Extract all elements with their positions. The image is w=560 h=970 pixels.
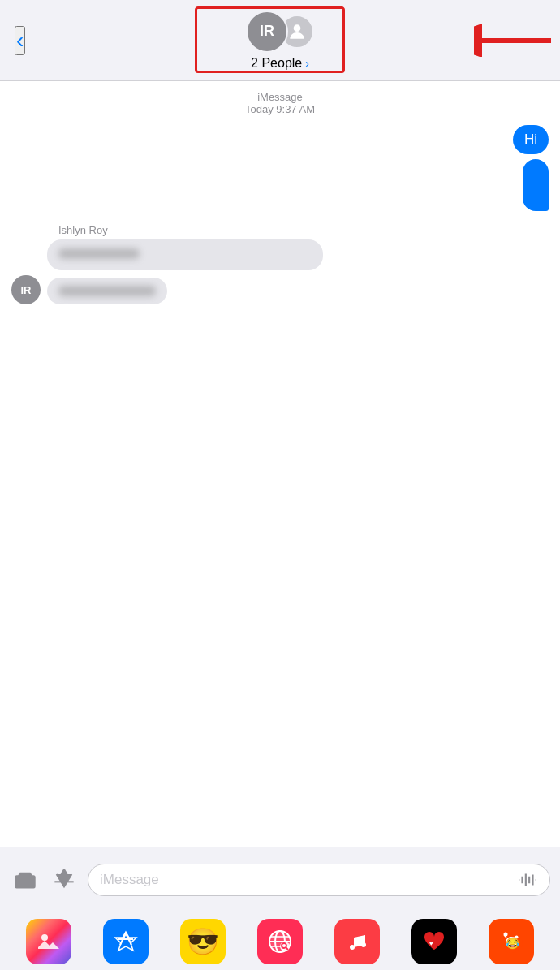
dock-globe-button[interactable] [257, 919, 303, 964]
service-name: iMessage [0, 91, 560, 103]
bubble-in-1 [47, 239, 323, 270]
bubble-blurred-outgoing [523, 159, 549, 211]
outgoing-blurred-wrap [11, 159, 549, 219]
avatars-row: IR [246, 11, 314, 53]
messages-container: Hi Ishlyn Roy IR [0, 119, 560, 316]
bubble-hi: Hi [513, 125, 549, 154]
message-input[interactable]: iMessage [88, 864, 550, 896]
svg-point-2 [294, 24, 301, 32]
svg-point-4 [41, 934, 48, 941]
appstore-button[interactable] [49, 864, 80, 895]
sender-name-label: Ishlyn Roy [58, 224, 549, 236]
annotation-arrow [474, 24, 555, 60]
svg-text:♥: ♥ [429, 940, 433, 947]
message-time: Today 9:37 AM [0, 103, 560, 115]
dock-reddit-button[interactable]: 😂 [489, 919, 534, 964]
dock: 😎 ♥ [0, 912, 560, 970]
chevron-icon: › [305, 57, 309, 70]
audio-icon [517, 869, 538, 890]
dock-memoji-button[interactable]: 😎 [180, 919, 226, 964]
camera-button[interactable] [10, 864, 41, 895]
svg-point-15 [361, 942, 366, 947]
group-info-button[interactable]: IR 2 People › [246, 11, 314, 71]
input-toolbar: iMessage [0, 847, 560, 912]
outgoing-hi-wrap: Hi [11, 125, 549, 154]
dock-appstore-button[interactable] [103, 919, 149, 964]
people-label: 2 People › [251, 56, 309, 71]
dock-heart-button[interactable]: ♥ [411, 919, 457, 964]
input-placeholder: iMessage [100, 872, 159, 888]
incoming-with-avatar-wrap: IR [11, 275, 549, 304]
svg-point-14 [350, 945, 355, 950]
header: ‹ IR 2 People › [0, 0, 560, 81]
incoming-bubbles-stack [47, 239, 549, 270]
back-button[interactable]: ‹ [15, 26, 25, 55]
svg-text:😂: 😂 [506, 937, 520, 951]
imessage-label: iMessage Today 9:37 AM [0, 91, 560, 115]
avatar-ir-small: IR [11, 275, 41, 304]
dock-music-button[interactable] [334, 919, 380, 964]
avatar-ir: IR [246, 11, 288, 53]
bubble-in-2 [47, 278, 167, 304]
dock-photos-button[interactable] [26, 919, 71, 964]
chat-area: iMessage Today 9:37 AM Hi Ishlyn Roy IR [0, 81, 560, 847]
